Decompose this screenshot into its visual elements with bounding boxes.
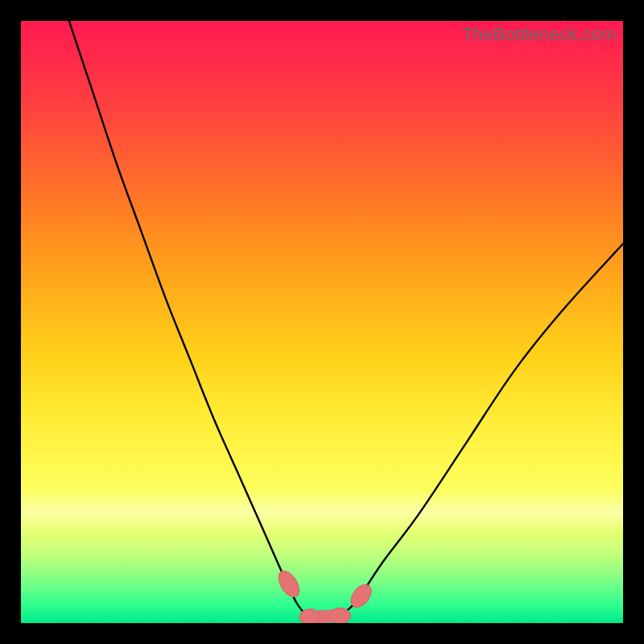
marker-group (275, 568, 376, 623)
plot-area: TheBottleneck.com (21, 21, 623, 623)
marker-flat-right (329, 608, 350, 623)
watermark-text: TheBottleneck.com (462, 24, 617, 45)
marker-left-end (275, 568, 303, 601)
bottleneck-curve (69, 21, 623, 618)
curve-layer (21, 21, 623, 623)
marker-flat-left (299, 609, 320, 623)
outer-frame: TheBottleneck.com (0, 0, 644, 644)
